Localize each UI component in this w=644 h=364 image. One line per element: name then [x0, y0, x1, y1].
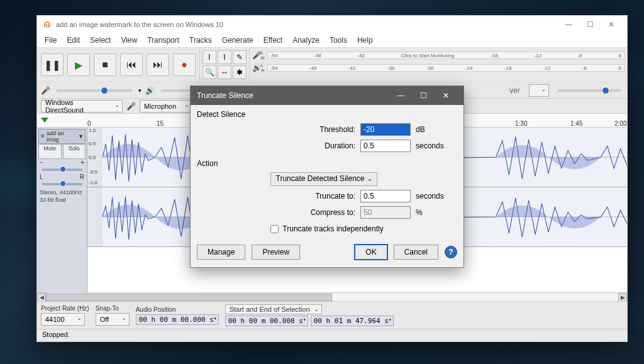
- window-titlebar: add an image watermark to the screen on …: [37, 16, 627, 33]
- speaker-icon: 🔊: [145, 86, 155, 95]
- window-minimize-button[interactable]: —: [558, 17, 579, 32]
- tool-palette: I ⌇ ✎ 🔍 ↔ ✱: [199, 48, 249, 82]
- playback-device-label-truncated: ver: [509, 86, 520, 95]
- snap-to-dropdown[interactable]: Off: [96, 313, 130, 326]
- stop-button[interactable]: ■: [94, 53, 116, 76]
- record-button[interactable]: ●: [173, 53, 196, 76]
- manage-button[interactable]: Manage: [197, 245, 245, 260]
- recording-volume-slider[interactable]: [57, 89, 132, 92]
- draw-tool[interactable]: ✎: [233, 50, 247, 64]
- scroll-right-icon[interactable]: ▶: [618, 293, 627, 302]
- help-icon[interactable]: ?: [445, 246, 457, 258]
- track-format-line1: Stereo, 44100Hz: [38, 188, 86, 197]
- selection-end-field[interactable]: 00 h 01 m 47.964 s: [311, 316, 394, 326]
- truncate-to-input[interactable]: [360, 190, 411, 202]
- dialog-close-button[interactable]: ✕: [435, 88, 457, 103]
- close-track-icon[interactable]: ✕: [40, 133, 45, 140]
- track-control-panel: ✕ add an imag ▼ Mute Solo −+ LR Stereo, …: [37, 128, 87, 292]
- mic-icon: 🎤: [41, 86, 50, 95]
- zoom-tool[interactable]: 🔍: [203, 65, 216, 79]
- selection-toolbar: Project Rate (Hz) 44100 Snap-To Off Audi…: [37, 301, 627, 329]
- click-to-monitor: Click to Start Monitoring: [401, 53, 455, 58]
- envelope-tool[interactable]: ⌇: [218, 50, 231, 64]
- menu-help[interactable]: Help: [352, 35, 378, 46]
- multi-tool[interactable]: ✱: [233, 65, 247, 79]
- scroll-left-icon[interactable]: ◀: [37, 293, 46, 302]
- menu-generate[interactable]: Generate: [217, 35, 258, 46]
- menu-effect[interactable]: Effect: [258, 35, 287, 46]
- truncate-independently-checkbox[interactable]: [270, 225, 279, 233]
- selection-start-field[interactable]: 00 h 00 m 00.000 s: [225, 316, 308, 326]
- duration-input[interactable]: [360, 140, 411, 152]
- duration-label: Duration:: [280, 141, 355, 150]
- track-menu-icon[interactable]: ▼: [78, 133, 84, 140]
- mute-button[interactable]: Mute: [38, 144, 62, 159]
- detect-silence-legend: Detect Silence: [197, 108, 245, 121]
- truncate-independently-label: Truncate tracks independently: [282, 224, 383, 233]
- app-icon: [42, 19, 52, 30]
- window-maximize-button[interactable]: ☐: [579, 17, 601, 32]
- playback-meter[interactable]: 🔊LR -54 -48 -42 -36 -30 -24 -18 -12 -6 0: [252, 62, 625, 74]
- svg-rect-1: [48, 24, 48, 28]
- selection-tool[interactable]: I: [203, 50, 216, 64]
- playback-device-dropdown[interactable]: [529, 84, 549, 97]
- threshold-label: Threshold:: [280, 125, 355, 134]
- dialog-minimize-button[interactable]: —: [389, 88, 412, 103]
- action-legend: Action: [197, 157, 218, 170]
- ok-button[interactable]: OK: [355, 245, 387, 260]
- threshold-input[interactable]: [360, 123, 411, 136]
- preview-button[interactable]: Preview: [252, 245, 300, 260]
- menu-view[interactable]: View: [116, 35, 142, 46]
- threshold-unit: dB: [416, 125, 451, 134]
- svg-rect-0: [46, 24, 47, 28]
- audio-position-field[interactable]: 00 h 00 m 00.000 s: [136, 314, 219, 325]
- dialog-title: Truncate Silence: [197, 91, 389, 100]
- secondary-slider[interactable]: [558, 89, 621, 92]
- recording-device-dropdown[interactable]: Microphon: [140, 100, 192, 113]
- gain-slider[interactable]: [42, 168, 82, 171]
- menu-select[interactable]: Select: [85, 35, 116, 46]
- menu-tools[interactable]: Tools: [325, 35, 352, 46]
- menu-edit[interactable]: Edit: [62, 35, 85, 46]
- timeshift-tool[interactable]: ↔: [218, 65, 231, 79]
- selection-mode-dropdown[interactable]: Start and End of Selection: [225, 304, 322, 314]
- snap-to-label: Snap-To: [96, 305, 130, 312]
- audio-position-label: Audio Position: [136, 306, 219, 313]
- project-rate-dropdown[interactable]: 44100: [41, 313, 85, 326]
- compress-to-unit: %: [416, 208, 451, 217]
- pan-slider[interactable]: [42, 183, 82, 185]
- status-bar: Stopped.: [37, 329, 627, 341]
- cancel-button[interactable]: Cancel: [394, 245, 438, 260]
- menu-tracks[interactable]: Tracks: [184, 35, 217, 46]
- menu-file[interactable]: File: [40, 35, 62, 46]
- compress-to-label: Compress to:: [280, 208, 355, 217]
- toolbar: ❚❚ ▶ ■ ⏮ ⏭ ● I ⌇ ✎ 🔍 ↔ ✱ 🎤LR -54 -48 -42: [37, 47, 627, 82]
- transport-controls: ❚❚ ▶ ■ ⏮ ⏭ ●: [37, 48, 199, 82]
- host-dropdown[interactable]: Windows DirectSound: [41, 100, 123, 113]
- pause-button[interactable]: ❚❚: [41, 53, 64, 76]
- mic-icon: 🎤: [126, 102, 136, 111]
- menu-transport[interactable]: Transport: [142, 35, 184, 46]
- compress-to-input: [360, 206, 411, 219]
- menubar: File Edit Select View Transport Tracks G…: [37, 33, 627, 47]
- action-mode-dropdown[interactable]: Truncate Detected Silence: [270, 172, 378, 186]
- track-header[interactable]: ✕ add an imag ▼: [38, 129, 86, 144]
- solo-button[interactable]: Solo: [63, 144, 86, 159]
- project-rate-label: Project Rate (Hz): [41, 305, 89, 312]
- truncate-to-label: Truncate to:: [280, 192, 355, 201]
- skip-start-button[interactable]: ⏮: [120, 53, 143, 76]
- recording-meter[interactable]: 🎤LR -54 -48 -42 Click to Start Monitorin…: [252, 49, 625, 62]
- playhead-icon: [41, 118, 48, 123]
- menu-analyze[interactable]: Analyze: [287, 35, 325, 46]
- window-buttons: — ☐ ✕: [558, 17, 622, 32]
- skip-end-button[interactable]: ⏭: [147, 53, 169, 76]
- dialog-button-row: Manage Preview OK Cancel ?: [191, 240, 464, 267]
- truncate-silence-dialog: Truncate Silence — ☐ ✕ Detect Silence Th…: [190, 85, 464, 268]
- window-title: add an image watermark to the screen on …: [56, 21, 558, 28]
- track-name: add an imag: [47, 130, 77, 143]
- window-close-button[interactable]: ✕: [601, 17, 622, 32]
- horizontal-scrollbar[interactable]: ◀ ▶: [37, 292, 627, 301]
- mic-icon: 🎤: [252, 51, 261, 60]
- play-button[interactable]: ▶: [67, 53, 90, 76]
- dialog-maximize-button[interactable]: ☐: [412, 88, 435, 103]
